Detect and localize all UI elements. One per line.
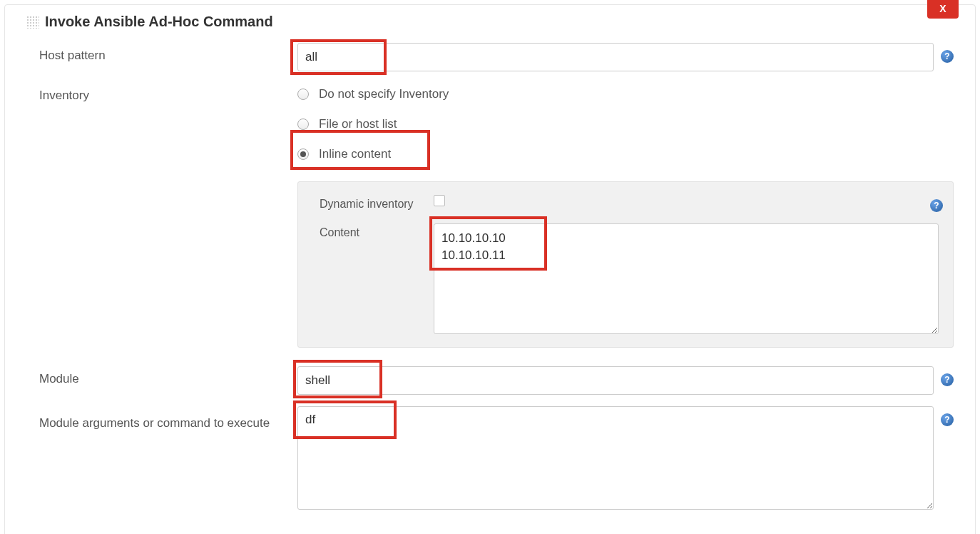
drag-handle-icon[interactable]	[26, 16, 39, 29]
inventory-label: Inventory	[26, 83, 297, 103]
module-args-label: Module arguments or command to execute	[26, 406, 297, 430]
help-icon[interactable]: ?	[941, 413, 954, 426]
help-icon[interactable]: ?	[941, 50, 954, 63]
module-args-textarea[interactable]	[297, 406, 934, 510]
inventory-option-inline[interactable]: Inline content	[297, 147, 954, 161]
radio-icon	[297, 119, 309, 130]
close-button[interactable]: X	[927, 0, 959, 19]
dynamic-inventory-label: Dynamic inventory	[320, 195, 434, 211]
panel-title: Invoke Ansible Ad-Hoc Command	[45, 14, 273, 30]
module-input[interactable]	[297, 366, 934, 395]
help-icon[interactable]: ?	[941, 373, 954, 386]
host-pattern-input[interactable]	[297, 43, 934, 71]
inventory-option-none[interactable]: Do not specify Inventory	[297, 87, 954, 101]
radio-icon	[297, 89, 309, 100]
inline-content-panel: ? Dynamic inventory Content	[297, 181, 954, 348]
radio-label: Do not specify Inventory	[319, 87, 449, 101]
dynamic-inventory-checkbox[interactable]	[434, 195, 445, 206]
host-pattern-label: Host pattern	[26, 43, 297, 63]
radio-label: Inline content	[319, 147, 391, 161]
content-textarea[interactable]	[434, 223, 939, 334]
radio-icon	[297, 148, 309, 160]
radio-label: File or host list	[319, 117, 397, 131]
help-icon[interactable]: ?	[930, 199, 943, 212]
content-label: Content	[320, 223, 434, 239]
module-label: Module	[26, 366, 297, 386]
inventory-option-file[interactable]: File or host list	[297, 117, 954, 131]
main-panel: Invoke Ansible Ad-Hoc Command Host patte…	[4, 4, 976, 534]
